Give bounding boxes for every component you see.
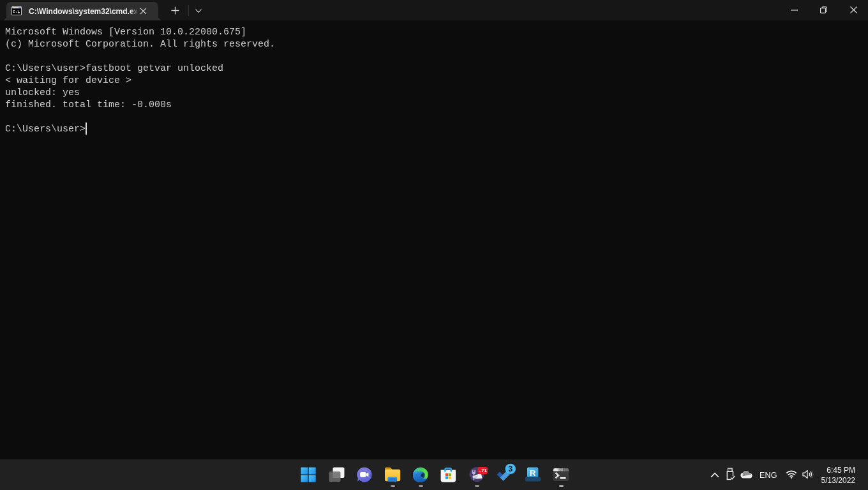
svg-text:3: 3 (508, 464, 513, 473)
svg-text:..71: ..71 (479, 468, 488, 473)
svg-text:R: R (530, 468, 536, 478)
svg-text:C:\: C:\ (13, 10, 20, 14)
